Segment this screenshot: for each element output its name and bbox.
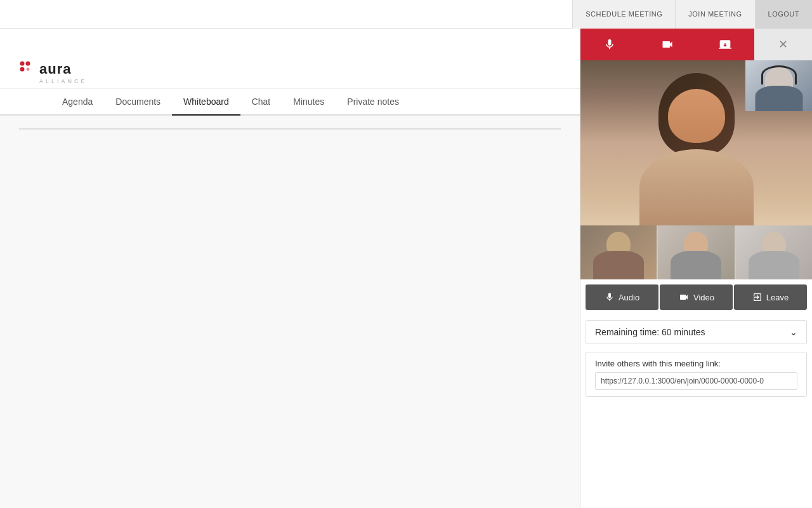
chevron-left-icon: ‹ [27, 128, 30, 130]
tabs-bar: Agenda Documents Whiteboard Chat Minutes… [0, 89, 580, 116]
leave-label: Leave [766, 293, 789, 302]
video-toggle-button[interactable] [638, 29, 696, 60]
tab-minutes[interactable]: Minutes [282, 89, 336, 116]
bottom-controls: Audio Video Leave [580, 279, 812, 315]
invite-section: Invite others with this meeting link: [586, 352, 807, 397]
join-meeting-button[interactable]: JOIN MEETING [675, 0, 754, 29]
svg-point-3 [27, 68, 30, 71]
invite-label: Invite others with this meeting link: [595, 359, 797, 368]
tab-chat[interactable]: Chat [240, 89, 282, 116]
video-controls-top: ✕ [580, 29, 812, 60]
video-button[interactable]: Video [660, 284, 733, 310]
logo-icon [19, 60, 37, 78]
logout-button[interactable]: LOGOUT [755, 0, 812, 29]
mute-button[interactable] [580, 29, 638, 60]
tab-private-notes[interactable]: Private notes [336, 89, 410, 116]
main-layout: aura ALLIANCE Agenda Documents Whiteboar… [0, 29, 812, 508]
thumbnail-2[interactable] [658, 225, 734, 279]
tab-agenda[interactable]: Agenda [51, 89, 104, 116]
svg-point-1 [26, 62, 30, 66]
audio-icon [605, 292, 615, 302]
expand-timer-icon: ⌄ [790, 327, 797, 337]
tab-documents[interactable]: Documents [104, 89, 172, 116]
logo: aura ALLIANCE [19, 60, 88, 84]
small-video-overlay [745, 60, 812, 111]
audio-button[interactable]: Audio [586, 284, 658, 310]
main-video-feed [580, 60, 812, 225]
svg-point-2 [20, 67, 25, 72]
logo-sub: ALLIANCE [39, 78, 88, 84]
left-panel: aura ALLIANCE Agenda Documents Whiteboar… [0, 29, 580, 508]
schedule-meeting-button[interactable]: SCHEDULE MEETING [572, 0, 675, 29]
thumbnail-1[interactable] [580, 225, 657, 279]
microphone-icon [603, 38, 616, 51]
right-panel: ✕ [580, 29, 812, 508]
camera-icon [660, 38, 674, 51]
chevron-right-icon: › [549, 128, 553, 130]
remaining-time-section[interactable]: Remaining time: 60 minutes ⌄ [586, 320, 807, 344]
video-icon [678, 292, 690, 302]
video-label: Video [693, 293, 714, 302]
thumbnails-row [580, 225, 812, 279]
close-video-button[interactable]: ✕ [754, 29, 812, 60]
svg-point-0 [20, 62, 25, 66]
screen-share-icon [718, 38, 732, 51]
screen-share-button[interactable] [697, 29, 754, 60]
remaining-time-label: Remaining time: 60 minutes [595, 327, 705, 337]
leave-button[interactable]: Leave [734, 284, 807, 310]
logo-name: aura [39, 61, 71, 77]
close-icon: ✕ [778, 37, 788, 51]
tab-whiteboard[interactable]: Whiteboard [172, 89, 240, 116]
audio-label: Audio [619, 293, 639, 302]
prev-arrow-button[interactable]: ‹ [20, 128, 37, 130]
leave-icon [752, 292, 763, 302]
top-navigation: SCHEDULE MEETING JOIN MEETING LOGOUT [0, 0, 812, 29]
invite-link-input[interactable] [595, 372, 797, 390]
thumbnail-3[interactable] [736, 225, 812, 279]
whiteboard-canvas-container[interactable]: ✏ ▾ + ▾ 🗑 ⌫ [19, 128, 561, 130]
next-arrow-button[interactable]: › [542, 128, 560, 130]
